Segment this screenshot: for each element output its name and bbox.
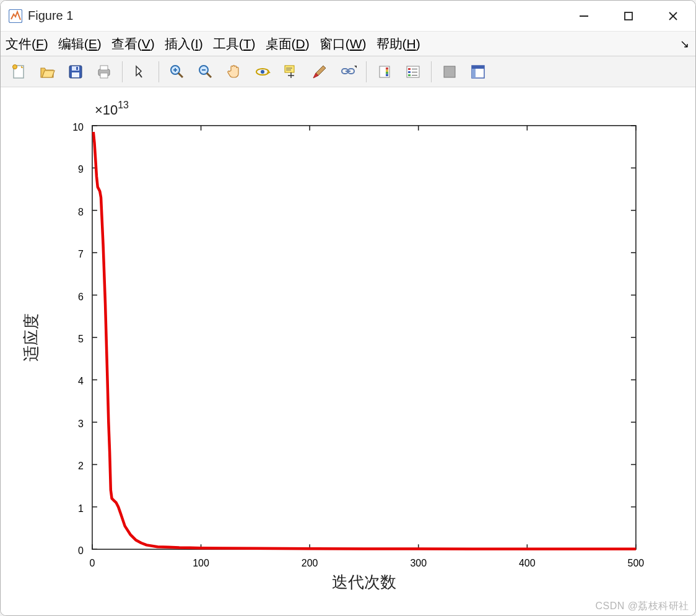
svg-rect-37 [386, 72, 388, 74]
y-tick-label: 8 [78, 207, 84, 217]
svg-rect-46 [444, 66, 455, 77]
toolbar-separator [122, 61, 123, 82]
rotate-3d-button[interactable] [251, 60, 274, 84]
figure-area[interactable]: 0100200300400500012345678910×1013迭代次数适应度… [1, 87, 695, 615]
svg-line-17 [178, 73, 183, 77]
y-tick-label: 3 [78, 419, 84, 429]
y-tick-label: 1 [78, 503, 84, 514]
svg-rect-9 [72, 66, 79, 71]
svg-line-15 [139, 73, 142, 77]
pan-button[interactable] [222, 60, 246, 84]
title-bar[interactable]: Figure 1 [1, 1, 695, 32]
new-figure-button[interactable] [7, 60, 30, 84]
minimize-button[interactable] [562, 1, 606, 32]
window-controls [562, 1, 695, 32]
menu-insert[interactable]: 插入(I) [165, 35, 203, 53]
zoom-in-button[interactable] [165, 60, 189, 84]
svg-point-7 [13, 64, 17, 69]
fitness-curve [94, 132, 636, 549]
menu-desktop[interactable]: 桌面(D) [266, 35, 310, 53]
zoom-out-button[interactable] [194, 60, 217, 84]
toolbar-separator [431, 61, 432, 82]
x-tick-label: 400 [519, 558, 536, 568]
x-tick-label: 100 [193, 558, 209, 568]
menu-help[interactable]: 帮助(H) [376, 35, 420, 53]
axes[interactable]: 0100200300400500012345678910×1013迭代次数适应度 [1, 87, 695, 615]
menu-view[interactable]: 查看(V) [111, 35, 155, 53]
y-tick-label: 10 [72, 122, 84, 132]
y-tick-label: 6 [78, 292, 84, 302]
close-button[interactable] [651, 1, 695, 32]
window-title: Figure 1 [28, 9, 73, 23]
svg-rect-11 [76, 67, 78, 70]
svg-rect-10 [72, 72, 79, 77]
svg-rect-13 [100, 66, 108, 70]
svg-rect-44 [408, 74, 411, 76]
y-tick-label: 5 [78, 334, 84, 344]
svg-rect-2 [625, 12, 632, 20]
svg-rect-49 [472, 69, 476, 78]
print-button[interactable] [92, 60, 116, 84]
svg-rect-14 [100, 73, 108, 78]
figure-window: Figure 1 文件(F) 编辑(E) 查看(V) 插入(I) 工具(T) 桌… [0, 0, 696, 616]
y-tick-label: 2 [78, 461, 84, 471]
toolbar [1, 56, 695, 87]
show-plot-tools-button[interactable] [466, 60, 490, 84]
hide-plot-tools-button[interactable] [438, 60, 461, 84]
y-axis-label: 适应度 [22, 313, 40, 362]
svg-line-21 [207, 73, 211, 77]
y-tick-label: 7 [78, 249, 84, 259]
x-axis-label: 迭代次数 [332, 573, 396, 591]
brush-button[interactable] [308, 60, 331, 84]
svg-rect-25 [285, 66, 294, 72]
matlab-icon [8, 9, 23, 24]
x-tick-label: 0 [90, 558, 95, 568]
insert-colorbar-button[interactable] [373, 60, 396, 84]
menu-edit[interactable]: 编辑(E) [58, 35, 102, 53]
edit-plot-button[interactable] [129, 60, 152, 84]
menu-window[interactable]: 窗口(W) [320, 35, 367, 53]
maximize-button[interactable] [606, 1, 651, 32]
dock-arrow-icon[interactable]: ↘ [680, 37, 689, 51]
x-tick-label: 300 [410, 558, 427, 568]
menu-tools[interactable]: 工具(T) [213, 35, 256, 53]
svg-rect-38 [386, 74, 388, 76]
open-file-button[interactable] [35, 60, 59, 84]
save-button[interactable] [64, 60, 87, 84]
svg-rect-50 [92, 126, 636, 549]
svg-marker-33 [354, 66, 357, 68]
data-cursor-button[interactable] [279, 60, 303, 84]
svg-point-24 [261, 70, 264, 74]
svg-rect-40 [408, 68, 411, 70]
y-tick-label: 4 [78, 376, 84, 386]
svg-rect-35 [386, 67, 388, 70]
svg-rect-42 [408, 71, 411, 73]
y-tick-label: 0 [78, 545, 84, 556]
y-tick-label: 9 [78, 164, 84, 175]
svg-rect-48 [472, 66, 484, 69]
link-button[interactable] [336, 60, 360, 84]
insert-legend-button[interactable] [401, 60, 425, 84]
toolbar-separator [159, 61, 159, 82]
x-tick-label: 500 [628, 558, 645, 568]
menu-bar: 文件(F) 编辑(E) 查看(V) 插入(I) 工具(T) 桌面(D) 窗口(W… [1, 32, 695, 56]
svg-rect-36 [386, 69, 388, 72]
y-exponent-label: ×1013 [95, 100, 129, 118]
menu-file[interactable]: 文件(F) [6, 35, 48, 53]
toolbar-separator [366, 61, 367, 82]
x-tick-label: 200 [302, 558, 318, 568]
